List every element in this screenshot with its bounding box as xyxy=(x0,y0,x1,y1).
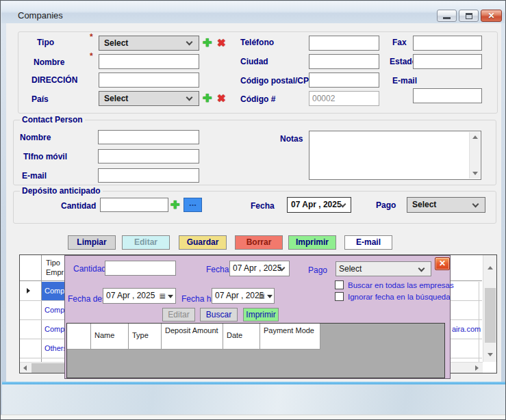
vscroll-thumb[interactable] xyxy=(485,288,496,343)
fecha-desde-value: 07 Apr , 2025 xyxy=(106,291,155,300)
scroll-up-icon[interactable] xyxy=(472,135,478,139)
ignorar-fecha-checkbox[interactable] xyxy=(335,292,344,301)
borrar-button[interactable]: Borrar xyxy=(235,235,283,250)
client-area: Tipo * Select ✚ ✖ Teléfono Fax Nombre * … xyxy=(6,23,501,382)
picker-dropdown-icon[interactable] xyxy=(267,295,273,298)
fecha-combo-value: 07 Apr , 2025 xyxy=(291,200,342,209)
minimize-icon xyxy=(443,17,451,19)
popup-editar-button[interactable]: Editar xyxy=(162,308,195,321)
buscar-todas-label[interactable]: Buscar en todas las empresas xyxy=(348,281,454,289)
add-deposit-button[interactable]: ✚ xyxy=(170,200,179,211)
add-tipo-button[interactable]: ✚ xyxy=(203,38,212,49)
popup-cantidad-input[interactable] xyxy=(105,261,176,276)
popup-fecha-label: Fecha xyxy=(206,265,229,274)
window-bottom-frame xyxy=(2,384,505,415)
scroll-up-icon[interactable] xyxy=(488,266,493,270)
scroll-down-icon[interactable] xyxy=(488,353,493,356)
limpiar-button[interactable]: Limpiar xyxy=(68,235,116,250)
tipo-label: Tipo xyxy=(37,38,54,47)
deposits-col-payment-mode[interactable]: Payment Mode xyxy=(260,324,320,350)
contact-nombre-label: Nombre xyxy=(20,133,51,142)
grid-cell-text[interactable]: Compi xyxy=(45,306,66,314)
telefono-input[interactable] xyxy=(309,36,379,51)
popup-buscar-button[interactable]: Buscar xyxy=(200,308,238,321)
grid-email-cell[interactable]: aira.com xyxy=(452,325,481,333)
popup-fecha-value: 07 Apr , 2025 xyxy=(233,263,281,273)
direccion-input[interactable] xyxy=(99,73,199,88)
fax-label: Fax xyxy=(392,38,407,47)
grid-vscrollbar[interactable] xyxy=(483,255,496,362)
scroll-down-icon[interactable] xyxy=(472,172,478,175)
pago-select[interactable]: Select xyxy=(407,197,485,213)
contact-nombre-input[interactable] xyxy=(98,130,199,144)
deposits-grid[interactable]: Name Type Deposit Amount Date Payment Mo… xyxy=(66,323,445,378)
pais-select[interactable]: Select xyxy=(99,91,199,106)
close-icon: ✕ xyxy=(488,11,494,21)
add-pais-button[interactable]: ✚ xyxy=(203,93,212,104)
contact-tlfno-label: Tlfno móvil xyxy=(23,152,67,161)
ignorar-fecha-label[interactable]: Ignorar fecha en la búsqueda xyxy=(348,293,451,301)
fecha-combo[interactable]: 07 Apr , 2025 xyxy=(287,197,351,213)
buscar-todas-checkbox[interactable] xyxy=(335,280,344,289)
codigo-num-label: Código # xyxy=(240,94,275,104)
close-button[interactable]: ✕ xyxy=(481,10,502,22)
title-bar[interactable]: Companies ✕ xyxy=(1,1,505,23)
deposits-col-date[interactable]: Date xyxy=(223,324,260,350)
fecha-desde-picker[interactable]: 07 Apr , 2025 ▦ xyxy=(103,288,176,304)
contact-email-input[interactable] xyxy=(98,168,199,183)
delete-pais-button[interactable]: ✖ xyxy=(217,93,226,104)
imprimir-button[interactable]: Imprimir xyxy=(288,235,336,250)
pais-select-value: Select xyxy=(104,94,128,103)
popup-fecha-combo[interactable]: 07 Apr , 2025 xyxy=(229,261,290,276)
fax-input[interactable] xyxy=(413,36,482,51)
contact-email-label: E-mail xyxy=(22,171,47,181)
delete-tipo-button[interactable]: ✖ xyxy=(217,38,226,49)
maximize-button[interactable] xyxy=(459,10,479,22)
contact-tlfno-input[interactable] xyxy=(98,149,199,163)
notas-scrollbar[interactable] xyxy=(469,132,480,179)
scroll-right-icon[interactable] xyxy=(475,365,479,371)
email-button[interactable]: E-mail xyxy=(344,235,392,250)
popup-close-button[interactable]: ✕ xyxy=(435,257,450,270)
guardar-button[interactable]: Guardar xyxy=(179,235,227,250)
picker-dropdown-icon[interactable] xyxy=(168,295,173,298)
row-selector-icon xyxy=(27,288,30,293)
deposits-grid-corner xyxy=(67,324,91,350)
deposit-browse-button[interactable]: ... xyxy=(184,198,202,212)
maximize-icon xyxy=(466,13,472,19)
grid-cell-text[interactable]: Compi xyxy=(45,325,66,333)
estado-input[interactable] xyxy=(413,54,482,69)
fecha-hasta-value: 07 Apr , 2025 xyxy=(215,291,264,300)
scroll-left-icon[interactable] xyxy=(23,365,27,371)
grid-divider xyxy=(41,255,42,362)
grid-cell-text: Compi xyxy=(45,287,66,295)
codigo-postal-label: Código postal/CP xyxy=(240,76,309,86)
ciudad-input[interactable] xyxy=(309,54,379,69)
calendar-icon: ▦ xyxy=(160,289,166,303)
window-bottom-strip xyxy=(1,415,506,420)
deposits-col-deposit-amount[interactable]: Deposit Amount xyxy=(162,324,223,350)
fecha-hasta-picker[interactable]: 07 Apr , 2025 ▦ xyxy=(212,288,275,304)
tipo-select[interactable]: Select xyxy=(99,36,199,51)
codigo-num-input[interactable] xyxy=(309,91,379,106)
nombre-required-asterisk: * xyxy=(90,51,93,61)
notas-textarea[interactable] xyxy=(309,131,481,180)
contact-group-title: Contact Person xyxy=(20,115,85,124)
codigo-postal-input[interactable] xyxy=(309,73,379,88)
telefono-label: Teléfono xyxy=(240,38,274,47)
chevron-down-icon xyxy=(418,265,425,272)
deposit-group-title: Depósito anticipado xyxy=(20,186,103,196)
minimize-button[interactable] xyxy=(437,10,457,22)
popup-pago-select[interactable]: Select xyxy=(336,261,431,276)
popup-imprimir-button[interactable]: Imprimir xyxy=(243,308,279,321)
companies-window: Companies ✕ Tipo * Select ✚ ✖ Teléfono F… xyxy=(0,0,506,420)
deposits-col-type[interactable]: Type xyxy=(129,324,162,350)
deposits-col-name[interactable]: Name xyxy=(91,324,129,350)
editar-button[interactable]: Editar xyxy=(122,235,170,250)
popup-pago-value: Select xyxy=(339,264,362,274)
fecha-label: Fecha xyxy=(251,201,275,211)
chevron-down-icon xyxy=(186,39,193,46)
nombre-input[interactable] xyxy=(99,54,199,69)
cantidad-input[interactable] xyxy=(100,198,168,212)
email-input[interactable] xyxy=(413,88,482,103)
